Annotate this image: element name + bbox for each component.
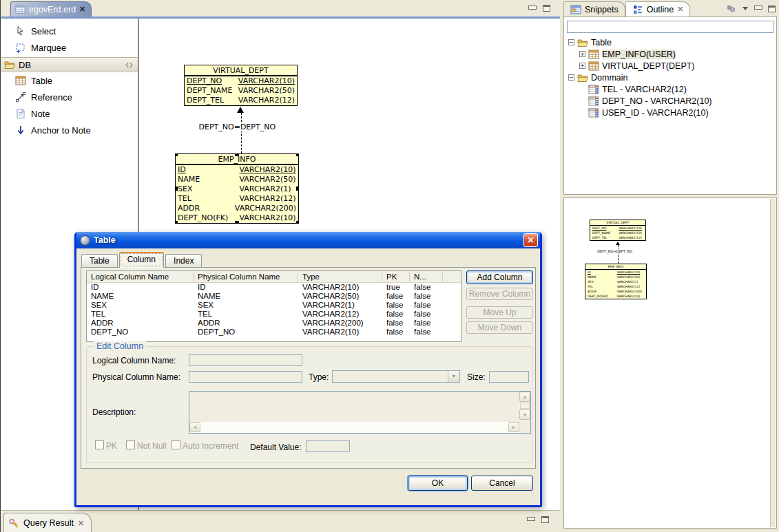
erd-column-name: ID	[588, 270, 617, 275]
erd-column-type: VARCHAR2(10)	[238, 76, 295, 86]
palette-tool-select[interactable]: Select	[1, 23, 138, 39]
selection-handle[interactable]	[296, 153, 299, 156]
tab-outline[interactable]: Outline ✕	[625, 1, 691, 17]
erd-column-row: DEPT_NO(FK)VARCHAR2(10)	[585, 294, 646, 299]
grid-cell: VARCHAR2(12)	[298, 310, 382, 319]
outline-filter-input[interactable]	[567, 21, 773, 33]
relation-label: DEPT_NO=DEPT_NO	[596, 249, 634, 253]
grid-cell: VARCHAR2(1)	[298, 301, 382, 310]
collapse-icon[interactable]: −	[568, 39, 574, 45]
close-button[interactable]: ✕	[523, 233, 538, 247]
dialog-tab-index[interactable]: Index	[165, 254, 202, 268]
selection-handle[interactable]	[175, 153, 178, 156]
tree-item-virtual_dept[interactable]: +VIRTUAL_DEPT(DEPT)	[564, 60, 776, 72]
view-tab-row: Snippets Outline ✕	[563, 1, 778, 17]
checkbox-label: Auto Increment	[183, 441, 238, 451]
tree-item-dommain[interactable]: −Dommain	[564, 72, 776, 83]
grid-header-cell[interactable]: PK	[382, 273, 410, 281]
erd-column-type: VARCHAR2(1)	[617, 279, 638, 284]
grid-header-cell[interactable]: Type	[298, 273, 382, 281]
grid-cell: NAME	[87, 292, 194, 301]
tree-item-label: DEPT_NO - VARCHAR2(10)	[602, 96, 712, 106]
relation-connector	[618, 245, 619, 264]
palette-item-reference[interactable]: Reference	[1, 89, 138, 105]
erd-table-virtual_dept[interactable]: VIRTUAL_DEPTDEPT_NOVARCHAR2(10)DEPT_NAME…	[184, 65, 298, 106]
close-icon[interactable]: ✕	[79, 5, 85, 14]
erd-column-name: DEPT_NO(FK)	[588, 294, 617, 299]
palette-item-table[interactable]: Table	[1, 72, 138, 89]
overview-scrollbar[interactable]	[770, 199, 776, 527]
palette-drawer-db[interactable]: DB	[1, 58, 138, 72]
maximize-icon[interactable]	[541, 516, 549, 523]
minimize-icon[interactable]	[754, 6, 762, 12]
add-column-button[interactable]: Add Column	[466, 270, 533, 284]
dialog-tab-table[interactable]: Table	[81, 254, 118, 268]
dialog-titlebar[interactable]: Table ✕	[76, 232, 540, 248]
minimize-icon[interactable]	[527, 517, 534, 523]
tree-item-label: TEL - VARCHAR2(12)	[602, 85, 687, 94]
grid-cell: ID	[87, 283, 194, 292]
erd-column-name: NAME	[588, 275, 617, 279]
view-menu-icon[interactable]	[742, 7, 748, 10]
grid-header-cell[interactable]: Physical Column Name	[194, 273, 298, 281]
palette-item-note[interactable]: Note	[1, 105, 138, 122]
selection-handle[interactable]	[296, 187, 299, 191]
tree-item-table[interactable]: −Table	[564, 36, 776, 48]
expand-icon[interactable]: +	[579, 63, 585, 69]
grid-row-addr[interactable]: ADDRADDRVARCHAR2(200)falsefalse	[87, 319, 461, 328]
grid-cell: VARCHAR2(200)	[298, 319, 382, 328]
pin-drawer-icon[interactable]	[125, 61, 134, 70]
erd-column-type: VARCHAR2(12)	[617, 284, 641, 289]
default-value-field	[306, 440, 350, 452]
palette-tool-marquee[interactable]: Marquee	[1, 39, 138, 56]
toolbar-dots-icon[interactable]	[726, 4, 736, 13]
eclipse-icon	[80, 235, 90, 246]
erd-column-type: VARCHAR2(1)	[239, 184, 291, 194]
overview-panel[interactable]: DEPT_NO=DEPT_NOVIRTUAL_DEPTDEPT_NOVARCHA…	[563, 198, 777, 529]
outline-view: −Table+EMP_INFO(USER)+VIRTUAL_DEPT(DEPT)…	[563, 17, 777, 195]
tree-item-tel[interactable]: +TEL - VARCHAR2(12)	[564, 83, 776, 95]
selection-handle[interactable]	[235, 221, 239, 224]
grid-row-name[interactable]: NAMENAMEVARCHAR2(50)falsefalse	[87, 292, 461, 301]
close-icon[interactable]: ✕	[677, 5, 683, 14]
selection-handle[interactable]	[175, 221, 178, 224]
scroll-left-icon: ◄	[189, 422, 200, 432]
cancel-button[interactable]: Cancel	[471, 476, 533, 491]
grid-row-sex[interactable]: SEXSEXVARCHAR2(1)falsefalse	[87, 301, 461, 310]
grid-row-tel[interactable]: TELTELVARCHAR2(12)falsefalse	[87, 310, 461, 319]
scroll-right-icon: ►	[508, 422, 519, 432]
palette-item-anchor-to-note[interactable]: Anchor to Note	[1, 122, 138, 138]
editor-tab-egoverd[interactable]: egovErd.erd ✕	[10, 1, 92, 17]
grid-cell: SEX	[194, 301, 298, 310]
tree-item-label: EMP_INFO(USER)	[602, 50, 676, 59]
maximize-icon[interactable]	[768, 6, 776, 12]
view-toolbar	[726, 4, 776, 13]
selection-handle[interactable]	[296, 221, 299, 224]
tree-item-user_id[interactable]: +USER_ID - VARCHAR2(10)	[564, 107, 776, 118]
close-icon[interactable]: ✕	[78, 519, 84, 528]
minimize-icon[interactable]	[528, 6, 536, 12]
diagram-minimap[interactable]: DEPT_NO=DEPT_NOVIRTUAL_DEPTDEPT_NOVARCHA…	[564, 198, 769, 528]
selection-handle[interactable]	[175, 187, 178, 191]
dialog-tab-column[interactable]: Column	[119, 252, 164, 268]
grid-row-id[interactable]: IDIDVARCHAR2(10)truefalse	[87, 283, 461, 292]
grid-row-dept_no[interactable]: DEPT_NODEPT_NOVARCHAR2(10)falsefalse	[87, 328, 461, 337]
grid-header-cell[interactable]: N...	[410, 273, 443, 281]
collapse-icon[interactable]: −	[568, 74, 574, 81]
column-tab-page: Logical Column NamePhysical Column NameT…	[81, 267, 536, 469]
domain-icon	[588, 107, 599, 118]
palette-item-label: Reference	[31, 92, 72, 103]
erd-column-type: VARCHAR2(50)	[619, 231, 642, 235]
grid-cell: false	[382, 319, 410, 328]
maximize-icon[interactable]	[543, 5, 550, 12]
erd-table-emp_info[interactable]: EMP_INFOIDVARCHAR2(10)NAMEVARCHAR2(50)SE…	[175, 153, 299, 224]
tree-item-dept_no[interactable]: +DEPT_NO - VARCHAR2(10)	[564, 95, 776, 107]
column-grid[interactable]: Logical Column NamePhysical Column NameT…	[86, 270, 461, 342]
tab-query-result[interactable]: Query Result ✕	[3, 513, 92, 532]
expand-icon[interactable]: +	[579, 51, 585, 57]
tree-item-emp_info[interactable]: +EMP_INFO(USER)	[564, 48, 776, 60]
selection-handle[interactable]	[235, 153, 239, 156]
ok-button[interactable]: OK	[408, 476, 468, 491]
grid-header-cell[interactable]: Logical Column Name	[87, 273, 194, 281]
tab-snippets[interactable]: Snippets	[563, 1, 625, 17]
